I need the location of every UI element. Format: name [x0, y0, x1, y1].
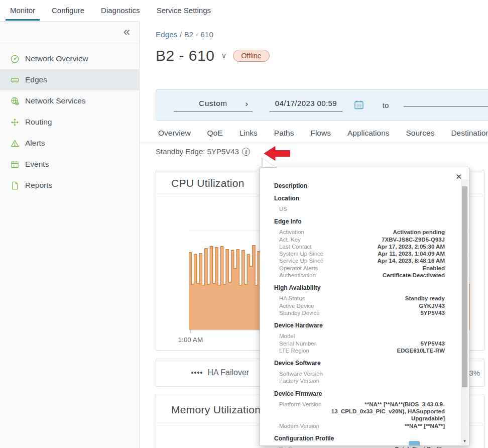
detail-label: LTE Region [274, 347, 309, 354]
app-frame: MonitorConfigureDiagnosticsService Setti… [0, 0, 488, 448]
close-icon[interactable]: ✕ [455, 172, 462, 181]
nav-item-diagnostics[interactable]: Diagnostics [101, 0, 140, 21]
detail-value: 5YP5V43 [316, 340, 445, 347]
detail-value: 7XBV-JS8C-Z9D5-Q93J [304, 236, 445, 243]
chevron-down-icon[interactable]: ∨ [221, 51, 226, 60]
scrollbar-thumb[interactable] [462, 186, 467, 387]
tab-destinations[interactable]: Destinations [451, 124, 488, 143]
routing-icon [10, 118, 20, 127]
detail-value: Standby ready [305, 295, 445, 302]
detail-value: Quick Start Profile [304, 445, 445, 448]
detail-value: Apr 14, 2023, 8:48:16 AM [323, 257, 445, 264]
dotted-line-icon [191, 372, 202, 374]
info-icon[interactable]: i [242, 148, 250, 156]
edge-info-popover: ✕ DescriptionLocationUSEdge InfoActivati… [260, 167, 469, 446]
breadcrumb-separator: / [178, 30, 184, 39]
tab-qoe[interactable]: QoE [207, 124, 223, 143]
detail-row: ProfileQuick Start Profile [274, 445, 445, 448]
tab-overview[interactable]: Overview [158, 124, 191, 143]
standby-edge-label: Standby Edge: 5YP5V43 [156, 147, 239, 156]
sidebar-item-events[interactable]: Events [0, 154, 139, 175]
detail-row: Act. Key7XBV-JS8C-Z9D5-Q93J [274, 236, 445, 243]
detail-value: Activation pending [304, 229, 445, 236]
section-title: Device Hardware [274, 322, 445, 329]
range-type-dropdown[interactable]: Custom › [174, 99, 253, 111]
sidebar-collapse-row: « [0, 22, 139, 44]
profile-link-icon[interactable] [409, 441, 420, 445]
edges-icon [10, 75, 20, 85]
detail-row: Factory Version [274, 377, 445, 384]
start-datetime-field[interactable]: 04/17/2023 00:59 [270, 99, 342, 111]
range-type-label: Custom [199, 99, 227, 107]
time-range-bar: Custom › 04/17/2023 00:59 to [156, 89, 488, 121]
sidebar-item-label: Edges [25, 75, 47, 84]
sidebar-item-network-services[interactable]: Network Services [0, 90, 139, 111]
breadcrumb-edges-link[interactable]: Edges [156, 30, 178, 39]
detail-row: LTE RegionEDGE610LTE-RW [274, 347, 445, 354]
nav-item-configure[interactable]: Configure [52, 0, 84, 21]
detail-label: Profile [274, 445, 296, 448]
detail-row: Model [274, 332, 445, 340]
top-nav: MonitorConfigureDiagnosticsService Setti… [0, 0, 488, 21]
sidebar-menu: Network OverviewEdgesNetwork ServicesRou… [0, 44, 139, 196]
calendar-icon[interactable] [353, 99, 364, 110]
tab-flows[interactable]: Flows [310, 124, 330, 143]
to-label: to [383, 101, 389, 109]
sidebar-item-alerts[interactable]: Alerts [0, 133, 139, 154]
popover-section-device-software: Device SoftwareSoftware VersionFactory V… [274, 360, 445, 385]
popover-section-description: Description [274, 182, 445, 189]
detail-label: Platform Version [274, 401, 321, 408]
sidebar-item-routing[interactable]: Routing [0, 111, 139, 133]
detail-label: Service Up Since [274, 257, 323, 264]
sidebar-item-reports[interactable]: Reports [0, 175, 139, 196]
x-axis-tick-label: 1:00 AM [178, 336, 203, 344]
standby-edge-row: Standby Edge: 5YP5V43 i [156, 147, 250, 156]
detail-value: **NA** [**NA**(BIOS_3.43.0.9-13_CPLD_0x3… [321, 401, 445, 422]
reports-icon [10, 181, 20, 190]
scroll-down-arrow-icon[interactable]: ▾ [461, 437, 468, 444]
popover-section-device-firmware: Device FirmwarePlatform Version**NA** [*… [274, 390, 445, 429]
detail-row: US [274, 205, 445, 212]
sidebar-item-network-overview[interactable]: Network Overview [0, 48, 139, 69]
popover-scrollbar[interactable]: ▾ [461, 179, 468, 445]
detail-value: GYKJV43 [314, 302, 445, 309]
tab-links[interactable]: Links [239, 124, 258, 143]
detail-label: Model [274, 332, 295, 340]
detail-value: Certificate Deactivated [316, 272, 445, 279]
nav-item-monitor[interactable]: Monitor [10, 0, 35, 21]
tab-applications[interactable]: Applications [347, 124, 390, 143]
detail-value: Apr 17, 2023, 2:05:30 AM [312, 243, 445, 250]
detail-label: HA Status [274, 295, 305, 302]
ha-failover-label: HA Failover [208, 368, 250, 377]
detail-label: Standby Device [274, 309, 320, 316]
chevron-right-icon: › [246, 99, 249, 109]
sidebar-collapse-icon[interactable]: « [124, 25, 130, 39]
detail-row: Platform Version**NA** [**NA**(BIOS_3.43… [274, 401, 445, 422]
popover-section-edge-info: Edge InfoActivationActivation pendingAct… [274, 218, 445, 279]
detail-label: Serial Number [274, 340, 316, 347]
detail-label: Authentication [274, 272, 316, 279]
end-datetime-field[interactable] [404, 103, 488, 107]
detail-label: Last Contact [274, 243, 312, 250]
nav-item-service-settings[interactable]: Service Settings [157, 0, 211, 21]
ha-failover-value: 3% [469, 369, 480, 377]
detail-value: Enabled [318, 265, 445, 272]
sidebar-item-label: Events [25, 160, 49, 169]
detail-row: Software Version [274, 370, 445, 377]
sidebar-item-edges[interactable]: Edges [0, 69, 139, 90]
page-title: B2 - 610 [156, 47, 214, 64]
sidebar-item-label: Routing [25, 118, 52, 127]
section-title: Description [274, 182, 445, 189]
detail-row: HA StatusStandby ready [274, 295, 445, 302]
detail-row: Serial Number5YP5V43 [274, 340, 445, 347]
section-title: Device Software [274, 360, 445, 367]
detail-label: System Up Since [274, 250, 323, 257]
tab-paths[interactable]: Paths [274, 124, 294, 143]
section-title: Location [274, 195, 445, 202]
network-services-icon [10, 96, 20, 106]
detail-row: ActivationActivation pending [274, 229, 445, 236]
detail-value: **NA** [**NA**] [319, 422, 445, 429]
tab-sources[interactable]: Sources [406, 124, 435, 143]
breadcrumb-current: B2 - 610 [184, 30, 213, 39]
popover-section-high-availability: High AvailabilityHA StatusStandby readyA… [274, 284, 445, 316]
